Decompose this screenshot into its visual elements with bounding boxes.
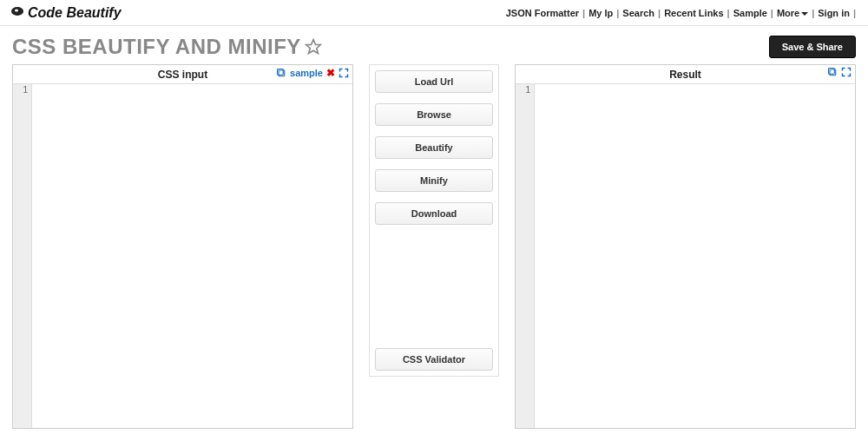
copy-icon[interactable] <box>276 68 286 78</box>
brand-icon <box>10 6 24 20</box>
svg-point-1 <box>15 9 18 11</box>
nav-sign-in[interactable]: Sign in <box>818 8 850 18</box>
css-input-editor[interactable] <box>32 84 352 428</box>
action-column: Load Url Browse Beautify Minify Download… <box>369 64 499 377</box>
clear-input-icon[interactable]: ✖ <box>326 67 335 79</box>
result-panel-title: Result <box>669 69 701 81</box>
save-share-button[interactable]: Save & Share <box>769 36 856 58</box>
browse-button[interactable]: Browse <box>375 103 493 126</box>
svg-marker-2 <box>306 40 321 54</box>
nav-json-formatter[interactable]: JSON Formatter <box>506 8 579 18</box>
download-button[interactable]: Download <box>375 202 493 225</box>
input-gutter: 1 <box>13 84 32 428</box>
top-nav: JSON Formatter| My Ip| Search| Recent Li… <box>506 8 858 18</box>
result-editor[interactable] <box>535 84 855 428</box>
brand-name: Code Beautify <box>28 5 122 21</box>
expand-icon[interactable] <box>339 68 349 78</box>
nav-my-ip[interactable]: My Ip <box>589 8 613 18</box>
input-panel-title: CSS input <box>158 69 207 81</box>
expand-result-icon[interactable] <box>841 67 852 77</box>
gutter-line-number: 1 <box>516 84 530 96</box>
minify-button[interactable]: Minify <box>375 169 493 192</box>
star-icon[interactable] <box>305 38 322 56</box>
load-url-button[interactable]: Load Url <box>375 70 493 93</box>
result-gutter: 1 <box>516 84 535 428</box>
copy-result-icon[interactable] <box>827 67 838 77</box>
nav-sample[interactable]: Sample <box>733 8 767 18</box>
sample-link[interactable]: sample <box>290 68 323 78</box>
brand[interactable]: Code Beautify <box>10 5 122 21</box>
gutter-line-number: 1 <box>13 84 28 96</box>
beautify-button[interactable]: Beautify <box>375 136 493 159</box>
nav-more[interactable]: More <box>777 8 808 18</box>
page-title: CSS BEAUTIFY AND MINIFY <box>12 35 322 59</box>
caret-down-icon <box>801 12 808 16</box>
nav-recent-links[interactable]: Recent Links <box>664 8 723 18</box>
css-validator-button[interactable]: CSS Validator <box>375 348 493 371</box>
nav-search[interactable]: Search <box>622 8 654 18</box>
result-panel: Result 1 <box>515 64 856 429</box>
input-panel: CSS input sample ✖ 1 <box>12 64 353 429</box>
